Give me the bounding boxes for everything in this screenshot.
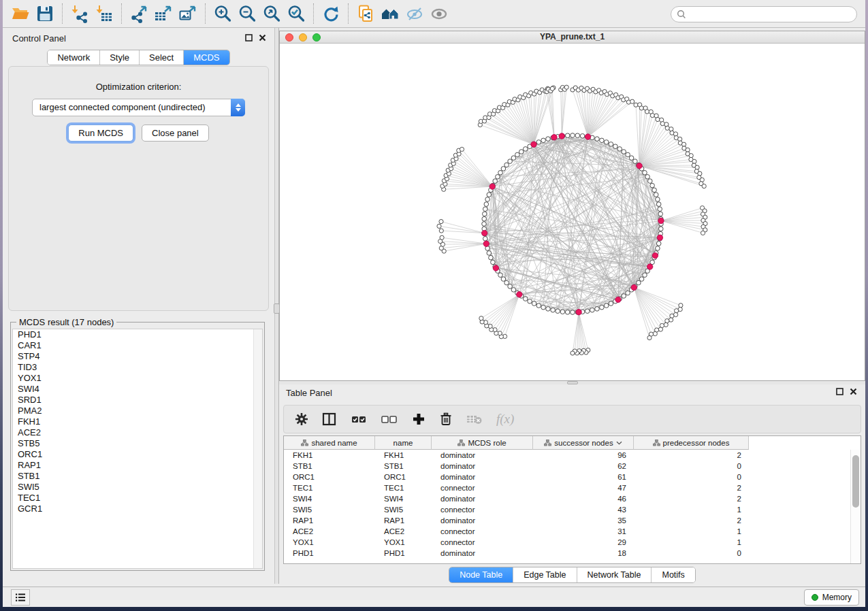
column-header-name[interactable]: name [375,436,432,450]
function-builder-icon[interactable]: f(x) [496,412,514,427]
maximize-window-icon[interactable] [312,33,321,42]
save-floppy-icon[interactable] [33,2,57,25]
column-label: MCDS role [468,439,506,447]
cell-predecessor_nodes: 0 [634,548,749,559]
table-row[interactable]: SWI4SWI4dominator462 [284,493,850,504]
search-input[interactable] [690,10,839,19]
mcds-result-item[interactable]: GCR1 [13,503,262,514]
hide-selected-icon[interactable] [402,2,427,25]
column-header-MCDS-role[interactable]: MCDS role [432,436,533,450]
list-scrollbar[interactable] [253,329,262,568]
criterion-dropdown[interactable]: largest connected component (undirected) [32,99,245,116]
mcds-result-item[interactable]: FKH1 [13,416,262,427]
tab-network-table[interactable]: Network Table [577,567,652,582]
zoom-out-icon[interactable] [235,2,259,25]
deselect-all-icon[interactable] [381,412,398,426]
columns-icon[interactable] [322,412,337,426]
destroy-table-icon[interactable] [466,413,483,425]
float-panel-icon[interactable] [245,34,253,42]
table-row[interactable]: YOX1YOX1connector291 [284,537,850,548]
table-scrollbar[interactable] [850,450,861,563]
column-label: name [393,439,413,447]
show-all-icon[interactable] [427,2,451,25]
network-canvas[interactable] [280,44,865,380]
memory-button[interactable]: Memory [804,589,859,606]
delete-icon[interactable] [439,412,453,427]
mcds-result-item[interactable]: STB5 [13,438,262,449]
tab-mcds[interactable]: MCDS [183,50,229,65]
table-row[interactable]: SWI5SWI5connector431 [284,504,850,515]
mcds-result-item[interactable]: PMA2 [13,406,262,416]
network-window-titlebar[interactable]: YPA_prune.txt_1 [280,31,865,44]
tab-style[interactable]: Style [99,50,139,65]
cell-shared_name: TEC1 [284,482,375,493]
task-history-button[interactable] [11,589,30,606]
table-row[interactable]: FKH1FKH1dominator962 [284,450,850,461]
column-header-predecessor-nodes[interactable]: predecessor nodes [634,436,749,450]
control-panel-title: Control Panel [12,33,66,44]
float-panel-icon[interactable] [836,388,843,395]
gear-icon[interactable] [295,412,308,426]
network-graph[interactable] [280,44,865,380]
mcds-result-item[interactable]: RAP1 [13,460,262,471]
mcds-result-item[interactable]: ACE2 [13,427,262,438]
table-row[interactable]: RAP1RAP1dominator352 [284,515,850,526]
clone-network-icon[interactable] [353,2,378,25]
control-panel-tabbar: Network Style Select MCDS [47,50,229,65]
minimize-window-icon[interactable] [299,33,307,42]
import-network-icon[interactable] [67,2,92,25]
add-icon[interactable] [412,412,425,426]
zoom-fit-icon[interactable] [259,2,284,25]
export-image-icon[interactable] [176,2,200,25]
toolbar-separator [313,3,314,24]
mcds-result-item[interactable]: PHD1 [13,329,262,340]
close-panel-button[interactable]: Close panel [142,125,209,142]
mcds-result-item[interactable]: YOX1 [13,373,262,384]
mcds-result-item[interactable]: SWI5 [13,482,262,493]
tab-network[interactable]: Network [48,50,99,65]
tab-edge-table[interactable]: Edge Table [513,567,576,582]
close-panel-icon[interactable] [850,388,857,395]
run-mcds-button[interactable]: Run MCDS [68,125,133,142]
tab-node-table[interactable]: Node Table [449,567,513,582]
tab-select[interactable]: Select [139,50,183,65]
cell-predecessor_nodes: 0 [634,472,749,482]
scrollbar-thumb[interactable] [852,455,859,508]
mcds-result-item[interactable]: SRD1 [13,395,262,406]
first-neighbors-icon[interactable] [378,2,402,25]
table-row[interactable]: STB1STB1dominator620 [284,461,850,472]
table-row[interactable]: TEC1TEC1connector472 [284,482,850,493]
close-panel-icon[interactable] [259,34,266,42]
tab-motifs[interactable]: Motifs [651,567,694,582]
table-row[interactable]: PHD1PHD1dominator180 [284,548,850,559]
cell-shared_name: RAP1 [284,515,375,526]
cell-name: YOX1 [375,537,432,548]
table-row[interactable]: ACE2ACE2connector311 [284,526,850,537]
mcds-panel: Optimization criterion: largest connecte… [8,66,269,311]
close-window-icon[interactable] [285,33,293,42]
column-header-successor-nodes[interactable]: successor nodes [533,436,634,450]
mcds-result-item[interactable]: TEC1 [13,493,262,503]
zoom-selected-icon[interactable] [284,2,308,25]
export-table-icon[interactable] [151,2,176,25]
mcds-result-list[interactable]: PHD1CAR1STP4TID3YOX1SWI4SRD1PMA2FKH1ACE2… [12,329,263,569]
mcds-result-item[interactable]: ORC1 [13,449,262,460]
open-folder-icon[interactable] [8,2,33,25]
mcds-result-item[interactable]: SWI4 [13,384,262,395]
cell-name: ORC1 [375,472,432,482]
mcds-result-item[interactable]: STB1 [13,471,262,482]
cell-name: PHD1 [375,548,432,559]
vertical-splitter[interactable] [274,28,279,584]
mcds-result-item[interactable]: TID3 [13,362,262,373]
search-field[interactable] [671,6,857,22]
export-network-icon[interactable] [127,2,151,25]
list-icon [15,593,26,602]
import-table-icon[interactable] [92,2,116,25]
column-header-shared-name[interactable]: shared name [284,436,375,450]
mcds-result-item[interactable]: STP4 [13,351,262,362]
refresh-icon[interactable] [319,2,343,25]
zoom-in-icon[interactable] [210,2,235,25]
select-all-icon[interactable] [351,412,367,426]
table-row[interactable]: ORC1ORC1dominator610 [284,472,850,482]
mcds-result-item[interactable]: CAR1 [13,340,262,351]
